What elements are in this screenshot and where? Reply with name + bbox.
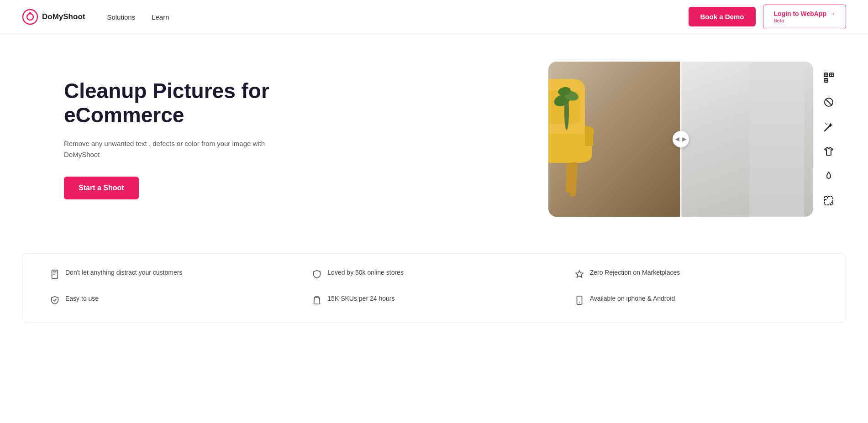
hero-section: Cleanup Pictures for eCommerce Remove an…	[0, 34, 868, 235]
feature-text-0: Don't let anything distract your custome…	[65, 268, 182, 277]
hero-title: Cleanup Pictures for eCommerce	[64, 79, 301, 127]
logo-text: DoMyShoot	[42, 12, 85, 21]
svg-point-1	[27, 14, 33, 20]
start-shoot-button[interactable]: Start a Shoot	[64, 177, 139, 199]
comparison-handle[interactable]: ◄►	[673, 131, 689, 147]
apparel-tool-icon[interactable]	[821, 143, 837, 160]
login-label: Login to WebApp	[773, 10, 826, 18]
hero-visual: ◄►	[320, 62, 846, 217]
svg-line-21	[826, 99, 832, 105]
feature-text-3: Easy to use	[65, 294, 99, 303]
mobile-icon	[574, 295, 584, 308]
logo-link[interactable]: DoMyShoot	[22, 9, 85, 25]
nav-links: Solutions Learn	[107, 13, 688, 21]
svg-line-22	[825, 125, 830, 131]
svg-marker-34	[575, 271, 583, 278]
feature-item-2: Zero Rejection on Marketplaces	[574, 268, 818, 282]
nav-actions: Book a Demo Login to WebApp → Beta	[689, 5, 846, 29]
feature-text-2: Zero Rejection on Marketplaces	[590, 268, 680, 277]
plant-decoration	[553, 75, 580, 130]
ban-tool-icon[interactable]	[821, 94, 837, 110]
crop-expand-tool-icon[interactable]	[821, 193, 837, 209]
nav-learn[interactable]: Learn	[152, 13, 169, 21]
feature-item-4: 15K SKUs per 24 hours	[312, 294, 556, 308]
bag-icon	[312, 295, 322, 308]
easy-use-icon	[50, 295, 60, 308]
svg-rect-25	[825, 197, 833, 205]
hero-text-block: Cleanup Pictures for eCommerce Remove an…	[64, 79, 301, 199]
svg-rect-10	[566, 163, 572, 193]
hero-subtitle: Remove any unwanted text , defects or co…	[64, 138, 301, 160]
svg-point-36	[579, 303, 580, 303]
magic-wand-tool-icon[interactable]	[821, 119, 837, 135]
handle-arrows-icon: ◄►	[673, 135, 688, 143]
drop-tool-icon[interactable]	[821, 168, 837, 184]
logo-icon	[22, 9, 38, 25]
feature-item-5: Available on iphone & Android	[574, 294, 818, 308]
login-button[interactable]: Login to WebApp → Beta	[763, 5, 846, 29]
pattern-tool-icon[interactable]	[821, 69, 837, 86]
feature-text-4: 15K SKUs per 24 hours	[327, 294, 395, 303]
shield-loved-icon	[312, 269, 322, 282]
feature-item-3: Easy to use	[50, 294, 294, 308]
svg-rect-35	[577, 296, 582, 304]
image-comparison-container: ◄►	[548, 62, 813, 217]
distract-icon	[50, 269, 60, 282]
svg-point-0	[23, 10, 37, 24]
login-beta-label: Beta	[773, 18, 784, 24]
tool-icons-panel	[821, 69, 837, 209]
feature-item-1: Loved by 50k online stores	[312, 268, 556, 282]
nav-solutions[interactable]: Solutions	[107, 13, 135, 21]
star-icon	[574, 269, 584, 282]
feature-item-0: Don't let anything distract your custome…	[50, 268, 294, 282]
feature-text-1: Loved by 50k online stores	[327, 268, 404, 277]
features-strip: Don't let anything distract your custome…	[22, 253, 846, 323]
book-demo-button[interactable]: Book a Demo	[689, 7, 756, 26]
svg-line-24	[826, 124, 827, 125]
feature-text-5: Available on iphone & Android	[590, 294, 675, 303]
navbar: DoMyShoot Solutions Learn Book a Demo Lo…	[0, 0, 868, 34]
svg-point-2	[29, 12, 32, 15]
image-comparison: ◄►	[548, 62, 813, 217]
arrow-right-icon: →	[829, 10, 836, 18]
